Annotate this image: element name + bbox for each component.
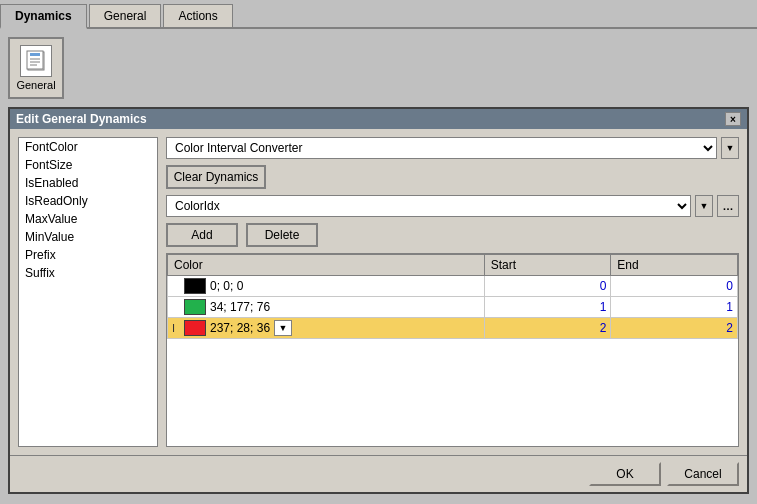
left-panel: FontColor FontSize IsEnabled IsReadOnly … xyxy=(18,137,158,447)
delete-button[interactable]: Delete xyxy=(246,223,318,247)
converter-dropdown-row: Color Interval Converter ▼ xyxy=(166,137,739,159)
ok-button[interactable]: OK xyxy=(589,462,661,486)
tab-bar: Dynamics General Actions xyxy=(0,0,757,29)
color-swatch-3 xyxy=(184,320,206,336)
action-row: Add Delete xyxy=(166,223,739,247)
row-inline-dropdown[interactable]: ▼ xyxy=(274,320,292,336)
dialog-close-button[interactable]: × xyxy=(725,112,741,126)
col-header-end: End xyxy=(611,255,738,276)
color-cell-2: 34; 177; 76 xyxy=(168,297,485,318)
end-cell-1: 0 xyxy=(611,276,738,297)
coloridx-dots-button[interactable]: … xyxy=(717,195,739,217)
svg-rect-2 xyxy=(30,53,40,56)
edit-general-dynamics-dialog: Edit General Dynamics × FontColor FontSi… xyxy=(8,107,749,494)
dialog-title-bar: Edit General Dynamics × xyxy=(10,109,747,129)
converter-dropdown-arrow[interactable]: ▼ xyxy=(721,137,739,159)
end-cell-3: 2 xyxy=(611,318,738,339)
general-icon xyxy=(20,45,52,77)
tab-dynamics[interactable]: Dynamics xyxy=(0,4,87,29)
main-area: General Edit General Dynamics × FontColo… xyxy=(0,29,757,502)
left-panel-item-isreadonly[interactable]: IsReadOnly xyxy=(19,192,157,210)
coloridx-dropdown[interactable]: ColorIdx xyxy=(166,195,691,217)
left-panel-item-suffix[interactable]: Suffix xyxy=(19,264,157,282)
color-cell-3: I 237; 28; 36 ▼ xyxy=(168,318,485,339)
left-panel-item-fontsize[interactable]: FontSize xyxy=(19,156,157,174)
right-panel: Color Interval Converter ▼ Clear Dynamic… xyxy=(166,137,739,447)
color-table: Color Start End xyxy=(167,254,738,339)
left-panel-item-prefix[interactable]: Prefix xyxy=(19,246,157,264)
color-swatch-2 xyxy=(184,299,206,315)
converter-dropdown[interactable]: Color Interval Converter xyxy=(166,137,717,159)
end-cell-2: 1 xyxy=(611,297,738,318)
tab-actions[interactable]: Actions xyxy=(163,4,232,27)
icon-area: General xyxy=(8,37,749,99)
start-cell-1: 0 xyxy=(484,276,611,297)
table-row[interactable]: I 237; 28; 36 ▼ 2 2 xyxy=(168,318,738,339)
coloridx-dropdown-row: ColorIdx ▼ … xyxy=(166,195,739,217)
start-cell-3: 2 xyxy=(484,318,611,339)
left-panel-item-maxvalue[interactable]: MaxValue xyxy=(19,210,157,228)
color-table-wrapper: Color Start End xyxy=(166,253,739,447)
row-indicator-3: I xyxy=(172,322,184,334)
left-panel-item-minvalue[interactable]: MinValue xyxy=(19,228,157,246)
general-icon-svg xyxy=(24,49,48,73)
start-cell-2: 1 xyxy=(484,297,611,318)
clear-dynamics-button[interactable]: Clear Dynamics xyxy=(166,165,266,189)
general-icon-button[interactable]: General xyxy=(8,37,64,99)
col-header-start: Start xyxy=(484,255,611,276)
left-panel-item-fontcolor[interactable]: FontColor xyxy=(19,138,157,156)
dialog-title: Edit General Dynamics xyxy=(16,112,147,126)
general-icon-label: General xyxy=(16,79,55,91)
dialog-footer: OK Cancel xyxy=(10,455,747,492)
color-label-1: 0; 0; 0 xyxy=(210,279,243,293)
coloridx-arrow-button[interactable]: ▼ xyxy=(695,195,713,217)
col-header-color: Color xyxy=(168,255,485,276)
left-panel-item-isenabled[interactable]: IsEnabled xyxy=(19,174,157,192)
color-swatch-1 xyxy=(184,278,206,294)
color-label-2: 34; 177; 76 xyxy=(210,300,270,314)
tab-general[interactable]: General xyxy=(89,4,162,27)
table-row[interactable]: 34; 177; 76 1 1 xyxy=(168,297,738,318)
color-cell-1: 0; 0; 0 xyxy=(168,276,485,297)
add-button[interactable]: Add xyxy=(166,223,238,247)
cancel-button[interactable]: Cancel xyxy=(667,462,739,486)
color-label-3: 237; 28; 36 xyxy=(210,321,270,335)
table-row[interactable]: 0; 0; 0 0 0 xyxy=(168,276,738,297)
dialog-body: FontColor FontSize IsEnabled IsReadOnly … xyxy=(10,129,747,455)
